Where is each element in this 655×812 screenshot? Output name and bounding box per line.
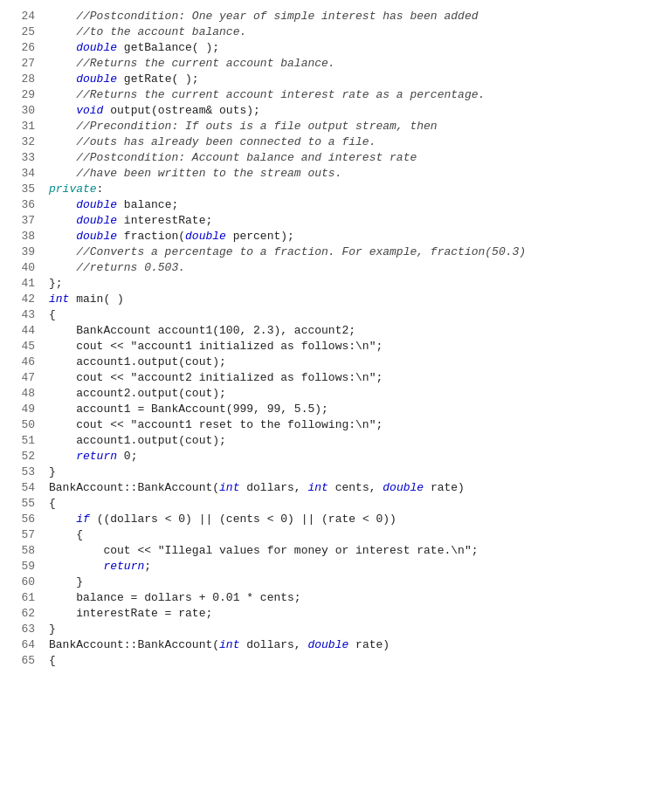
line-content: double getBalance( ); <box>49 40 648 56</box>
line-number: 54 <box>7 480 35 496</box>
line-number: 44 <box>7 323 35 339</box>
line-number: 61 <box>7 590 35 606</box>
line-number: 34 <box>7 166 35 182</box>
code-line: 39 //Converts a percentage to a fraction… <box>0 244 655 260</box>
code-line: 51 account1.output(cout); <box>0 433 655 449</box>
code-line: 55{ <box>0 496 655 512</box>
line-content: //to the account balance. <box>49 24 648 40</box>
code-line: 60 } <box>0 575 655 590</box>
code-line: 31 //Precondition: If outs is a file out… <box>0 119 655 134</box>
code-line: 27 //Returns the current account balance… <box>0 56 655 72</box>
code-line: 32 //outs has already been connected to … <box>0 134 655 150</box>
line-content: cout << "account1 reset to the following… <box>49 417 648 433</box>
line-number: 55 <box>7 496 35 512</box>
code-line: 64BankAccount::BankAccount(int dollars, … <box>0 637 655 653</box>
line-number: 45 <box>7 339 35 354</box>
line-number: 65 <box>7 653 35 669</box>
line-number: 57 <box>7 527 35 543</box>
line-number: 24 <box>7 9 35 24</box>
line-number: 49 <box>7 402 35 417</box>
line-number: 59 <box>7 559 35 575</box>
code-line: 57 { <box>0 527 655 543</box>
line-content: //returns 0.503. <box>49 260 648 276</box>
code-line: 63} <box>0 622 655 637</box>
line-number: 32 <box>7 134 35 150</box>
line-content: return; <box>49 559 648 575</box>
line-number: 39 <box>7 244 35 260</box>
line-content: BankAccount::BankAccount(int dollars, do… <box>49 637 648 653</box>
line-content: }; <box>49 276 648 292</box>
code-line: 59 return; <box>0 559 655 575</box>
line-number: 27 <box>7 56 35 72</box>
line-number: 48 <box>7 386 35 402</box>
code-line: 54BankAccount::BankAccount(int dollars, … <box>0 480 655 496</box>
line-number: 33 <box>7 150 35 166</box>
line-content: { <box>49 527 648 543</box>
line-number: 36 <box>7 197 35 213</box>
line-number: 42 <box>7 292 35 307</box>
line-number: 64 <box>7 637 35 653</box>
line-number: 53 <box>7 464 35 480</box>
line-content: //have been written to the stream outs. <box>49 166 648 182</box>
line-content: account1.output(cout); <box>49 354 648 370</box>
code-line: 56 if ((dollars < 0) || (cents < 0) || (… <box>0 512 655 527</box>
line-content: } <box>49 464 648 480</box>
annotation-default-constructor: This declaration causes a call tothe def… <box>409 306 645 345</box>
line-content: } <box>49 622 648 637</box>
line-number: 25 <box>7 24 35 40</box>
line-number: 29 <box>7 87 35 103</box>
code-line: 34 //have been written to the stream out… <box>0 166 655 182</box>
line-content: double balance; <box>49 197 648 213</box>
code-block: 24 //Postcondition: One year of simple i… <box>0 0 655 678</box>
line-number: 56 <box>7 512 35 527</box>
line-number: 26 <box>7 40 35 56</box>
code-line: 29 //Returns the current account interes… <box>0 87 655 103</box>
line-number: 50 <box>7 417 35 433</box>
line-content: balance = dollars + 0.01 * cents; <box>49 590 648 606</box>
line-number: 40 <box>7 260 35 276</box>
code-line: 58 cout << "Illegal values for money or … <box>0 543 655 559</box>
line-content: if ((dollars < 0) || (cents < 0) || (rat… <box>49 512 648 527</box>
line-number: 31 <box>7 119 35 134</box>
line-content: private: <box>49 182 648 197</box>
code-line: 24 //Postcondition: One year of simple i… <box>0 9 655 24</box>
code-line: 37 double interestRate; <box>0 213 655 229</box>
line-content: //Precondition: If outs is a file output… <box>49 119 648 134</box>
line-content: account1.output(cout); <box>49 433 648 449</box>
line-content: double interestRate; <box>49 213 648 229</box>
line-number: 60 <box>7 575 35 590</box>
code-line: 47 cout << "account2 initialized as foll… <box>0 370 655 386</box>
code-line: 50 cout << "account1 reset to the follow… <box>0 417 655 433</box>
line-content: return 0; <box>49 449 648 464</box>
line-content: //Postcondition: One year of simple inte… <box>49 9 648 24</box>
line-number: 30 <box>7 103 35 119</box>
line-content: { <box>49 653 648 669</box>
line-content: } <box>49 575 648 590</box>
code-line: 38 double fraction(double percent); <box>0 229 655 244</box>
code-line: 65{ <box>0 653 655 669</box>
line-content: interestRate = rate; <box>49 606 648 622</box>
code-line: 30 void output(ostream& outs); <box>0 103 655 119</box>
line-number: 46 <box>7 354 35 370</box>
line-content: cout << "account2 initialized as follows… <box>49 370 648 386</box>
line-content: //outs has already been connected to a f… <box>49 134 648 150</box>
line-content: //Returns the current account balance. <box>49 56 648 72</box>
line-content: cout << "Illegal values for money or int… <box>49 543 648 559</box>
line-number: 51 <box>7 433 35 449</box>
code-line: 36 double balance; <box>0 197 655 213</box>
line-number: 37 <box>7 213 35 229</box>
line-content: //Converts a percentage to a fraction. F… <box>49 244 648 260</box>
code-line: 62 interestRate = rate; <box>0 606 655 622</box>
code-line: 35private: <box>0 182 655 197</box>
line-number: 47 <box>7 370 35 386</box>
line-content: //Postcondition: Account balance and int… <box>49 150 648 166</box>
line-content: { <box>49 496 648 512</box>
code-line: 28 double getRate( ); <box>0 72 655 87</box>
line-content: double fraction(double percent); <box>49 229 648 244</box>
line-content: BankAccount::BankAccount(int dollars, in… <box>49 480 648 496</box>
code-line: 61 balance = dollars + 0.01 * cents; <box>0 590 655 606</box>
line-number: 28 <box>7 72 35 87</box>
line-content: void output(ostream& outs); <box>49 103 648 119</box>
line-number: 43 <box>7 307 35 323</box>
annotation-explicit-constructor: An explicit call to the constructorBankA… <box>409 389 646 416</box>
